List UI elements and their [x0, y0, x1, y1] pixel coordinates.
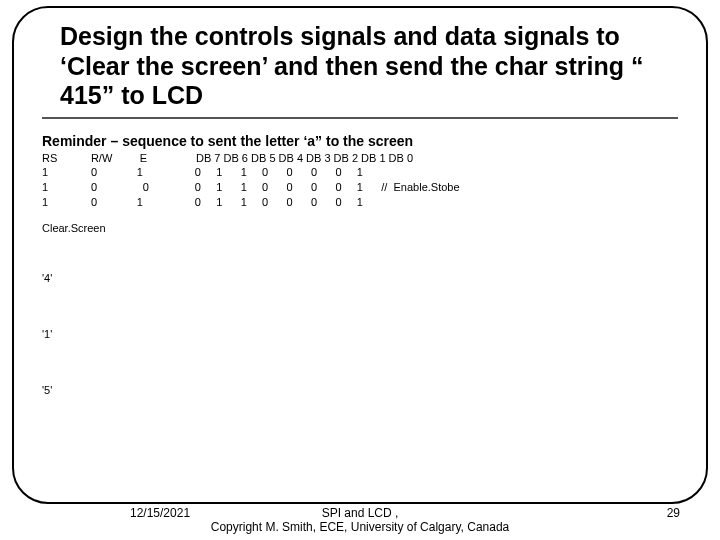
signal-row-3: 1 0 1 0 1 1 0 0 0 0 1 — [42, 196, 363, 208]
signal-row-2: 1 0 0 0 1 1 0 0 0 0 1 // Enable.Stobe — [42, 181, 460, 193]
label-char-5: '5' — [42, 384, 678, 396]
reminder-text: Reminder – sequence to sent the letter ‘… — [42, 133, 678, 149]
footer: 12/15/2021 SPI and LCD , Copyright M. Sm… — [0, 506, 720, 536]
label-char-4: '4' — [42, 272, 678, 284]
title-underline — [42, 117, 678, 119]
signal-table: RS R/W E DB 7 DB 6 DB 5 DB 4 DB 3 DB 2 D… — [42, 151, 678, 210]
footer-line-1: SPI and LCD , — [322, 506, 399, 520]
slide-title: Design the controls signals and data sig… — [60, 22, 660, 111]
signal-header: RS R/W E DB 7 DB 6 DB 5 DB 4 DB 3 DB 2 D… — [42, 152, 413, 164]
signal-row-1: 1 0 1 0 1 1 0 0 0 0 1 — [42, 166, 363, 178]
label-char-1: '1' — [42, 328, 678, 340]
label-clearscreen: Clear.Screen — [42, 222, 678, 234]
footer-line-2: Copyright M. Smith, ECE, University of C… — [211, 520, 510, 534]
footer-center: SPI and LCD , Copyright M. Smith, ECE, U… — [0, 506, 720, 535]
footer-page-number: 29 — [667, 506, 680, 520]
slide-frame: Design the controls signals and data sig… — [12, 6, 708, 504]
